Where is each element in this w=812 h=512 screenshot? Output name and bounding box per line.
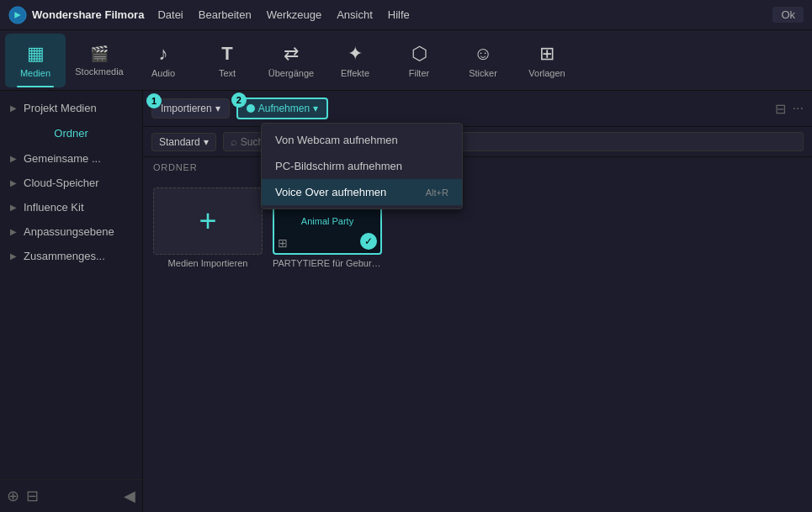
record-btn-wrapper: 2 Aufnehmen ▾ (236, 98, 328, 119)
effekte-label: Effekte (341, 68, 369, 78)
dropdown-webcam[interactable]: Von Webcam aufnehmen (262, 127, 462, 153)
toolbar: ▦ Medien 🎬 Stockmedia ♪ Audio T Text ⇄ Ü… (0, 30, 812, 91)
sidebar-item-zusammenges[interactable]: ▶ Zusammenges... (0, 244, 142, 268)
bildschirm-label: PC-Bildschirm aufnehmen (275, 160, 402, 172)
add-new-thumb: + (153, 187, 263, 255)
record-label: Aufnehmen (258, 103, 310, 114)
sidebar-label-influence: Influence Kit (24, 201, 84, 214)
collapse-icon[interactable]: ◀ (124, 487, 135, 505)
menu-hilfe[interactable]: Hilfe (388, 8, 410, 21)
video-check-icon: ✓ (360, 233, 377, 250)
text-label: Text (219, 68, 236, 78)
toolbar-uebergaenge[interactable]: ⇄ Übergänge (261, 34, 321, 87)
menu-ansicht[interactable]: Ansicht (337, 8, 373, 21)
effekte-icon: ✦ (348, 43, 363, 65)
dropdown-bildschirm[interactable]: PC-Bildschirm aufnehmen (262, 153, 462, 179)
add-new-label: Medien Importieren (168, 258, 248, 268)
audio-label: Audio (151, 68, 175, 78)
sidebar-label-gemeinsame: Gemeinsame ... (24, 152, 101, 165)
menu-bearbeiten[interactable]: Bearbeiten (199, 8, 252, 21)
ordner-label: Ordner (54, 127, 88, 140)
sidebar-item-projekt-medien[interactable]: ▶ Projekt Medien (0, 96, 142, 120)
toolbar-effekte[interactable]: ✦ Effekte (325, 34, 385, 87)
record-chevron-icon: ▾ (313, 103, 318, 114)
vorlagen-icon: ⊞ (539, 43, 555, 65)
toolbar-filter[interactable]: ⬡ Filter (389, 34, 449, 87)
app-name: Wondershare Filmora (32, 8, 144, 21)
arrow-icon-2: ▶ (10, 154, 17, 163)
uebergaenge-icon: ⇄ (284, 43, 299, 65)
sticker-icon: ☺ (474, 43, 492, 65)
action-bar: 1 Importieren ▾ 2 Aufnehmen ▾ Von Webcam… (143, 91, 812, 127)
arrow-icon: ▶ (10, 103, 17, 113)
stockmedia-label: Stockmedia (75, 66, 123, 77)
import-chevron-icon: ▾ (215, 103, 220, 114)
toolbar-stockmedia[interactable]: 🎬 Stockmedia (69, 34, 130, 87)
dropdown-voiceover[interactable]: Voice Over aufnehmen Alt+R (262, 179, 462, 205)
ok-button[interactable]: Ok (772, 7, 804, 23)
video-label: PARTYTIERE für Geburtstagfe... (273, 258, 382, 268)
more-options-icon[interactable]: ··· (793, 101, 804, 116)
app-logo: Wondershare Filmora (8, 6, 144, 24)
record-dropdown: Von Webcam aufnehmen PC-Bildschirm aufne… (261, 123, 463, 209)
menu-items: Datei Bearbeiten Werkzeuge Ansicht Hilfe (157, 8, 409, 21)
new-folder-icon[interactable]: ⊕ (7, 487, 19, 505)
sidebar: ▶ Projekt Medien Ordner ▶ Gemeinsame ...… (0, 91, 143, 512)
content-panel: 1 Importieren ▾ 2 Aufnehmen ▾ Von Webcam… (143, 91, 812, 512)
filter-icon-right[interactable]: ⊟ (775, 101, 786, 117)
import-badge: 1 (146, 93, 162, 108)
medien-icon: ▦ (27, 43, 45, 65)
sticker-label: Sticker (469, 68, 497, 78)
search-icon: ⌕ (231, 135, 237, 148)
video-grid-icon: ⊞ (278, 236, 288, 250)
arrow-icon-4: ▶ (10, 203, 17, 212)
sidebar-bottom: ⊕ ⊟ ◀ (0, 479, 142, 512)
record-button[interactable]: Aufnehmen ▾ (236, 98, 328, 119)
filter-label: Filter (409, 68, 429, 78)
sidebar-item-gemeinsame[interactable]: ▶ Gemeinsame ... (0, 146, 142, 171)
import-label: Importieren (161, 103, 212, 114)
uebergaenge-label: Übergänge (268, 68, 314, 78)
sidebar-ordner[interactable]: Ordner (0, 120, 142, 146)
menu-datei[interactable]: Datei (157, 8, 183, 21)
toolbar-audio[interactable]: ♪ Audio (133, 34, 194, 87)
menu-bar: Wondershare Filmora Datei Bearbeiten Wer… (0, 0, 812, 30)
sidebar-label-cloud: Cloud-Speicher (24, 177, 99, 189)
toolbar-sticker[interactable]: ☺ Sticker (453, 34, 513, 87)
sidebar-item-cloud-speicher[interactable]: ▶ Cloud-Speicher (0, 171, 142, 195)
sidebar-label-zusammen: Zusammenges... (24, 250, 105, 262)
webcam-label: Von Webcam aufnehmen (275, 134, 398, 146)
vorlagen-label: Vorlagen (528, 68, 565, 78)
folder-label: ORDNER (143, 157, 812, 177)
arrow-icon-3: ▶ (10, 178, 17, 187)
sidebar-item-influence-kit[interactable]: ▶ Influence Kit (0, 195, 142, 219)
main-area: ▶ Projekt Medien Ordner ▶ Gemeinsame ...… (0, 91, 812, 512)
delete-folder-icon[interactable]: ⊟ (26, 487, 39, 505)
import-button[interactable]: Importieren ▾ (151, 98, 230, 119)
import-btn-wrapper: 1 Importieren ▾ (151, 98, 230, 119)
right-icons: ⊟ ··· (775, 101, 804, 117)
arrow-icon-5: ▶ (10, 227, 17, 236)
sidebar-label-projekt-medien: Projekt Medien (24, 102, 97, 114)
menu-werkzeuge[interactable]: Werkzeuge (267, 8, 322, 21)
sidebar-item-anpassungsebene[interactable]: ▶ Anpassungsebene (0, 219, 142, 244)
toolbar-medien[interactable]: ▦ Medien (5, 34, 66, 87)
voiceover-shortcut: Alt+R (426, 187, 448, 198)
standard-select[interactable]: Standard ▾ (151, 133, 216, 151)
filter-icon: ⬡ (411, 43, 427, 65)
select-chevron-icon: ▾ (204, 136, 209, 148)
record-badge: 2 (231, 92, 247, 108)
arrow-icon-6: ▶ (10, 251, 17, 261)
record-circle-icon (247, 104, 255, 113)
toolbar-text[interactable]: T Text (197, 34, 257, 87)
toolbar-vorlagen[interactable]: ⊞ Vorlagen (517, 34, 577, 87)
plus-icon: + (199, 203, 216, 239)
standard-label: Standard (159, 136, 200, 148)
second-bar: Standard ▾ ⌕ (143, 127, 812, 157)
voiceover-label: Voice Over aufnehmen (275, 186, 386, 198)
media-item-add[interactable]: + Medien Importieren (153, 187, 263, 268)
audio-icon: ♪ (159, 43, 168, 65)
media-grid: + Medien Importieren 00:01:13 Animal Par… (143, 177, 812, 278)
text-icon: T (221, 43, 232, 65)
sidebar-label-anpassung: Anpassungsebene (24, 225, 114, 238)
